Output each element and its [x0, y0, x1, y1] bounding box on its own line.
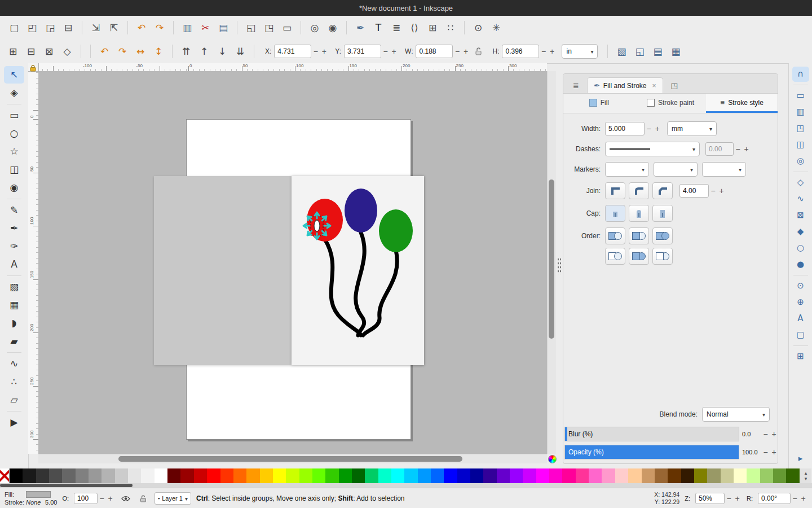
dash-offset-input[interactable]: [705, 142, 734, 156]
palette-swatch-999966[interactable]: [707, 468, 720, 483]
snap-path-intersections[interactable]: ⊠: [792, 208, 809, 223]
palette-swatch-9900ff[interactable]: [510, 468, 523, 483]
deselect[interactable]: ⊠: [41, 43, 58, 60]
zoom-increment[interactable]: +: [733, 493, 742, 504]
snap-bbox-edge-midpoints[interactable]: ◫: [792, 137, 809, 152]
palette-swatch-ff0000[interactable]: [207, 468, 220, 483]
palette-swatch-cc00ff[interactable]: [523, 468, 536, 483]
snap-line-midpoints[interactable]: ●: [792, 257, 809, 272]
pencil-tool[interactable]: ✎: [4, 202, 24, 219]
lock-ratio-toggle[interactable]: [472, 45, 484, 58]
end-marker-selector[interactable]: ▾: [702, 162, 746, 177]
layer-selector[interactable]: ▪ Layer 1 ▾: [155, 492, 191, 505]
zoom-selection[interactable]: ◱: [242, 19, 259, 36]
mesh-gradient-tool[interactable]: ▦: [4, 296, 24, 314]
more-tools[interactable]: ▶: [4, 414, 24, 431]
snap-paths[interactable]: ∿: [792, 191, 809, 207]
dock-tab-objects[interactable]: ≣: [567, 78, 585, 93]
order-fill-markers-stroke-button[interactable]: [652, 227, 673, 244]
raise[interactable]: ↑: [196, 43, 213, 60]
snap-page-border[interactable]: ▢: [792, 327, 809, 343]
stroke-width-input[interactable]: [605, 122, 645, 135]
palette-swatch-ffff00[interactable]: [273, 468, 286, 483]
import[interactable]: ⇲: [87, 19, 104, 36]
snap-smooth-nodes[interactable]: ○: [792, 240, 809, 256]
palette-swatch-00ccff[interactable]: [404, 468, 417, 483]
spray-tool[interactable]: ∴: [4, 373, 24, 391]
start-marker-selector[interactable]: ▾: [605, 162, 649, 177]
palette-swatch-f2f2f2[interactable]: [141, 468, 154, 483]
palette-swatch-0000ff[interactable]: [444, 468, 457, 483]
unit-selector[interactable]: in ▾: [562, 44, 598, 59]
palette-swatch-000000[interactable]: [10, 468, 23, 483]
palette-swatch-00ffff[interactable]: [391, 468, 404, 483]
palette-swatch-996633[interactable]: [655, 468, 668, 483]
palette-swatch-99ff00[interactable]: [299, 468, 312, 483]
join-miter-button[interactable]: [605, 182, 625, 199]
snap-grids[interactable]: ⊞: [792, 349, 809, 364]
balloon-blue[interactable]: [345, 189, 377, 233]
palette-swatch-ff99cc[interactable]: [602, 468, 615, 483]
palette-swatch-99cc66[interactable]: [760, 468, 773, 483]
palette-swatch-0066ff[interactable]: [431, 468, 444, 483]
palette-swatch-b3b3b3[interactable]: [102, 468, 114, 483]
dash-offset-decrement[interactable]: −: [734, 143, 742, 155]
palette-swatch-e6e6e6[interactable]: [128, 468, 141, 483]
palette-swatch-0000cc[interactable]: [457, 468, 470, 483]
rotate-cw[interactable]: ↷: [114, 43, 131, 60]
vertical-scrollbar-thumb[interactable]: [549, 179, 554, 339]
palette-swatch-666666[interactable]: [62, 468, 75, 483]
order-fill-stroke-markers-button[interactable]: [652, 248, 673, 265]
palette-swatch-009900[interactable]: [339, 468, 352, 483]
rows-columns-dialog[interactable]: ∷: [442, 19, 459, 36]
rotation-input[interactable]: [758, 493, 791, 504]
palette-swatch-cccc99[interactable]: [721, 468, 734, 483]
palette-swatch-6600cc[interactable]: [497, 468, 510, 483]
palette-swatch-ffcccc[interactable]: [615, 468, 628, 483]
palette-swatch-999999[interactable]: [89, 468, 102, 483]
fill-swatch[interactable]: [26, 491, 51, 498]
palette-swatch-ff3399[interactable]: [576, 468, 589, 483]
preferences[interactable]: ✳: [488, 19, 505, 36]
palette-swatch-ff00cc[interactable]: [549, 468, 562, 483]
star-tool[interactable]: ☆: [4, 143, 24, 160]
dock-tab-fill-stroke[interactable]: ✒ Fill and Stroke ×: [587, 77, 663, 93]
object-opacity-input[interactable]: [74, 493, 98, 504]
object-opacity-decrement[interactable]: −: [98, 493, 106, 504]
text-tool[interactable]: A: [4, 256, 24, 273]
opacity-decrement[interactable]: −: [761, 446, 770, 458]
flip-vertical[interactable]: ↕: [150, 43, 167, 60]
palette-swatch-660000[interactable]: [167, 468, 180, 483]
palette-no-color-swatch[interactable]: [0, 468, 10, 483]
snap-text-baselines[interactable]: A: [792, 311, 809, 326]
print-document[interactable]: ⊟: [60, 19, 77, 36]
x-input[interactable]: [274, 45, 311, 58]
lower[interactable]: ↓: [214, 43, 231, 60]
opacity-increment[interactable]: +: [770, 446, 778, 458]
vertical-scrollbar[interactable]: [547, 71, 556, 454]
rotate-ccw[interactable]: ↶: [96, 43, 113, 60]
canvas[interactable]: [38, 71, 547, 454]
x-increment-button[interactable]: +: [320, 46, 328, 57]
palette-swatch-00cc66[interactable]: [365, 468, 378, 483]
y-input[interactable]: [344, 45, 381, 58]
zoom-input[interactable]: [695, 493, 725, 504]
mid-marker-selector[interactable]: ▾: [654, 162, 698, 177]
palette-swatch-1a1a1a[interactable]: [23, 468, 36, 483]
stroke-width-increment[interactable]: +: [653, 123, 661, 134]
snapbar-expand[interactable]: ▸: [792, 451, 809, 466]
palette-swatch-cc9966[interactable]: [642, 468, 655, 483]
join-round-button[interactable]: [629, 182, 649, 199]
miter-limit-decrement[interactable]: −: [709, 185, 717, 196]
fill-stroke-dialog[interactable]: ✒: [352, 19, 369, 36]
calligraphy-tool[interactable]: ✑: [4, 238, 24, 255]
flip-horizontal[interactable]: ↔: [132, 43, 149, 60]
box-3d-tool[interactable]: ◫: [4, 161, 24, 178]
save-document[interactable]: ◲: [42, 19, 59, 36]
select-all[interactable]: ⊞: [5, 43, 21, 60]
join-bevel-button[interactable]: [652, 182, 673, 199]
scale-stroke-toggle[interactable]: ▧: [613, 43, 630, 60]
layers-dialog[interactable]: ≣: [388, 19, 405, 36]
cap-round-button[interactable]: [629, 205, 649, 222]
zoom-drawing[interactable]: ◳: [261, 19, 277, 36]
